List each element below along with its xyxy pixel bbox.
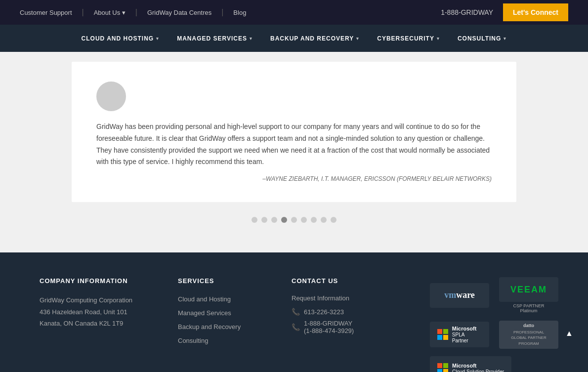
nav-managed-services[interactable]: MANAGED SERVICES ▾ — [168, 25, 261, 52]
microsoft-spla-logo: MicrosoftSPLA Partner — [437, 326, 482, 343]
nav-cloud-hosting[interactable]: CLOUD AND HOSTING ▾ — [73, 25, 168, 52]
list-item: Managed Services — [178, 308, 277, 317]
company-street: 436 Hazeldean Road, Unit 101 — [40, 308, 127, 316]
avatar — [96, 82, 126, 111]
chevron-down-icon: ▾ — [437, 36, 440, 41]
nav-cybersecurity[interactable]: CYBERSECURITY ▾ — [368, 25, 449, 52]
logo-row-2: MicrosoftSPLA Partner datto PROFESSIONAL… — [430, 321, 558, 349]
divider-1: | — [82, 8, 84, 17]
about-us-link[interactable]: About Us ▾ — [94, 9, 126, 16]
footer-company-col: COMPANY INFORMATION GridWay Computing Co… — [40, 277, 163, 372]
consulting-link[interactable]: Consulting — [178, 337, 208, 344]
chevron-down-icon: ▾ — [504, 36, 506, 41]
top-bar: Customer Support | About Us ▾ | GridWay … — [0, 0, 588, 25]
chevron-down-icon: ▾ — [250, 36, 252, 41]
microsoft-cloud-logo: MicrosoftCloud Solution Provider — [437, 363, 504, 372]
testimonial-card: GridWay has been providing personal and … — [72, 62, 516, 202]
nav-backup-recovery[interactable]: BACKUP AND RECOVERY ▾ — [261, 25, 368, 52]
list-item: Backup and Recovery — [178, 322, 277, 331]
services-heading: SERVICES — [178, 277, 277, 285]
list-item: Cloud and Hosting — [178, 294, 277, 303]
chevron-down-icon: ▾ — [156, 36, 159, 41]
company-address: GridWay Computing Corporation 436 Hazeld… — [40, 294, 163, 329]
chevron-down-icon: ▾ — [356, 36, 359, 41]
divider-3: | — [221, 8, 223, 17]
footer-services-col: SERVICES Cloud and Hosting Managed Servi… — [178, 277, 277, 372]
ms-cloud-box: MicrosoftCloud Solution Provider — [430, 356, 511, 372]
phone-1: 613-226-3223 — [304, 308, 344, 316]
datto-box: datto PROFESSIONALGLOBAL PARTNERPROGRAM — [499, 321, 558, 349]
dot-3[interactable] — [271, 217, 277, 223]
company-info-heading: COMPANY INFORMATION — [40, 277, 163, 285]
ms-spla-box: MicrosoftSPLA Partner — [430, 322, 489, 347]
vmware-logo: vmware — [444, 290, 475, 300]
company-city: Kanata, ON Canada K2L 1T9 — [40, 320, 123, 327]
testimonial-section: GridWay has been providing personal and … — [0, 52, 588, 252]
list-item: Consulting — [178, 336, 277, 345]
footer-grid: COMPANY INFORMATION GridWay Computing Co… — [40, 277, 548, 372]
phone-number: 1-888-GRIDWAY — [441, 8, 493, 16]
main-nav: CLOUD AND HOSTING ▾ MANAGED SERVICES ▾ B… — [0, 25, 588, 52]
csp-badge: CSP PARTNERPlatinum — [513, 303, 544, 313]
logo-row-3: MicrosoftCloud Solution Provider — [430, 356, 511, 372]
veeam-container: VEEAM CSP PARTNERPlatinum — [499, 277, 558, 313]
datto-logo: datto PROFESSIONALGLOBAL PARTNERPROGRAM — [511, 323, 546, 346]
top-bar-links: Customer Support | About Us ▾ | GridWay … — [20, 8, 246, 17]
dot-1[interactable] — [252, 217, 257, 223]
dot-5[interactable] — [291, 217, 297, 223]
phone-icon: 📞 — [292, 308, 300, 316]
testimonial-header — [96, 82, 492, 111]
ms-spla-text: MicrosoftSPLA Partner — [452, 326, 482, 343]
cloud-hosting-link[interactable]: Cloud and Hosting — [178, 295, 231, 303]
vmware-logo-box: vmware — [430, 283, 489, 308]
partner-logos: vmware VEEAM CSP PARTNERPlatinum — [430, 277, 558, 372]
ms-grid-icon — [437, 363, 448, 372]
phone-icon: 📞 — [292, 323, 300, 331]
customer-support-link[interactable]: Customer Support — [20, 9, 72, 16]
ms-grid-icon — [437, 329, 448, 340]
footer-contact-col: CONTACT US Request Information 📞 613-226… — [292, 277, 415, 372]
dot-2[interactable] — [261, 217, 267, 223]
request-info-link[interactable]: Request Information — [292, 294, 415, 302]
divider-2: | — [135, 8, 137, 17]
lets-connect-button[interactable]: Let's Connect — [503, 3, 568, 21]
veeam-logo: VEEAM — [510, 285, 547, 295]
backup-recovery-link[interactable]: Backup and Recovery — [178, 323, 241, 331]
phone-1-row: 📞 613-226-3223 — [292, 308, 415, 316]
dot-9[interactable] — [331, 217, 336, 223]
managed-services-link[interactable]: Managed Services — [178, 309, 231, 317]
testimonial-text: GridWay has been providing personal and … — [96, 121, 492, 168]
contact-heading: CONTACT US — [292, 277, 415, 285]
testimonial-author: –WAYNE ZIEBARTH, I.T. MANAGER, ERICSSON … — [96, 175, 492, 182]
ms-cloud-text: MicrosoftCloud Solution Provider — [452, 363, 504, 372]
dot-7[interactable] — [311, 217, 317, 223]
datacentres-link[interactable]: GridWay Data Centres — [147, 9, 211, 16]
dot-8[interactable] — [321, 217, 327, 223]
company-name: GridWay Computing Corporation — [40, 296, 132, 304]
dot-6[interactable] — [301, 217, 307, 223]
testimonial-dots — [0, 217, 588, 223]
scroll-to-top-button[interactable]: ▲ — [560, 325, 578, 342]
top-bar-right: 1-888-GRIDWAY Let's Connect — [441, 3, 568, 21]
footer-partners-col: vmware VEEAM CSP PARTNERPlatinum — [430, 277, 558, 372]
logo-row-1: vmware VEEAM CSP PARTNERPlatinum — [430, 277, 558, 313]
phone-2: 1-888-GRIDWAY (1-888-474-3929) — [304, 320, 354, 334]
phone-2-row: 📞 1-888-GRIDWAY (1-888-474-3929) — [292, 320, 415, 334]
dot-4[interactable] — [281, 217, 287, 223]
footer: COMPANY INFORMATION GridWay Computing Co… — [0, 252, 588, 372]
services-list: Cloud and Hosting Managed Services Backu… — [178, 294, 277, 345]
nav-consulting[interactable]: CONSULTING ▾ — [449, 25, 515, 52]
veeam-logo-box: VEEAM — [499, 277, 558, 302]
blog-link[interactable]: Blog — [233, 9, 246, 16]
